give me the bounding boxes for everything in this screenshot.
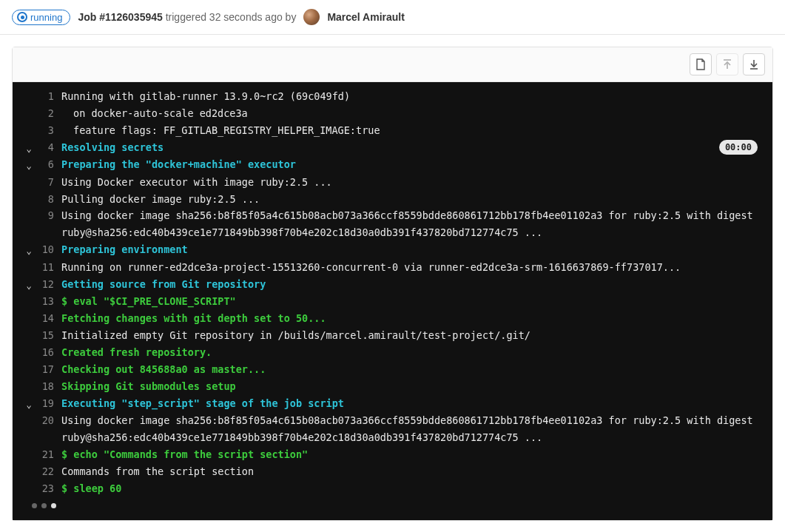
log-content: $ sleep 60 [61,480,764,497]
log-content: Pulling docker image ruby:2.5 ... [61,191,764,208]
triggered-text: triggered 32 seconds ago by [166,11,297,23]
log-content: Using Docker executor with image ruby:2.… [61,174,764,191]
log-line: 17Checking out 845688a0 as master... [18,361,764,378]
line-number[interactable]: 22 [39,463,61,480]
log-line: 7Using Docker executor with image ruby:2… [18,174,764,191]
line-number[interactable]: 1 [39,88,61,105]
log-content: $ eval "$CI_PRE_CLONE_SCRIPT" [61,293,764,310]
status-text: running [30,12,62,23]
dot-icon [51,503,56,508]
log-content: Commands from the script section [61,463,764,480]
avatar[interactable] [303,9,320,25]
log-line: 15Initialized empty Git repository in /b… [18,327,764,344]
line-number[interactable]: 14 [39,310,61,327]
log-content: Preparing the "docker+machine" executor [61,156,764,173]
log-content: Created fresh repository. [61,344,764,361]
line-number[interactable]: 23 [39,480,61,497]
console-wrap: 1Running with gitlab-runner 13.9.0~rc2 (… [12,47,773,521]
log-content: Running with gitlab-runner 13.9.0~rc2 (6… [61,88,764,105]
log-line: 1Running with gitlab-runner 13.9.0~rc2 (… [18,88,764,105]
line-number[interactable]: 6 [39,156,61,173]
log-line: 16Created fresh repository. [18,344,764,361]
user-name[interactable]: Marcel Amirault [327,11,405,23]
log-content: feature flags: FF_GITLAB_REGISTRY_HELPER… [61,122,764,139]
line-number[interactable]: 17 [39,361,61,378]
line-number[interactable]: 7 [39,174,61,191]
chevron-down-icon[interactable]: ⌄ [26,278,31,293]
log-content: on docker-auto-scale ed2dce3a [61,105,764,122]
raw-log-button[interactable] [690,53,712,75]
scroll-bottom-button[interactable] [743,53,765,75]
line-number[interactable]: 8 [39,191,61,208]
line-number[interactable]: 20 [39,412,61,429]
loading-indicator [18,497,764,511]
log-content: Skipping Git submodules setup [61,378,764,395]
line-number[interactable]: 2 [39,105,61,122]
line-number[interactable]: 12 [39,276,61,293]
log-content: Running on runner-ed2dce3a-project-15513… [61,259,764,276]
log-content: Checking out 845688a0 as master... [61,361,764,378]
line-number[interactable]: 13 [39,293,61,310]
document-icon [695,58,706,70]
line-number[interactable]: 19 [39,395,61,412]
log-section-header: ⌄4Resolving secrets00:00 [18,139,764,156]
chevron-down-icon[interactable]: ⌄ [26,141,31,156]
running-icon [17,12,27,22]
status-badge[interactable]: running [12,10,70,25]
line-number[interactable]: 11 [39,259,61,276]
line-number[interactable]: 4 [39,139,61,156]
log-line: 22Commands from the script section [18,463,764,480]
log-content: Executing "step_script" stage of the job… [61,395,764,412]
log-section-header: ⌄12Getting source from Git repository [18,276,764,293]
log-content: Getting source from Git repository [61,276,764,293]
log-content: Using docker image sha256:b8f85f05a4c615… [61,412,764,446]
log-line: 18Skipping Git submodules setup [18,378,764,395]
log-content: Initialized empty Git repository in /bui… [61,327,764,344]
chevron-down-icon[interactable]: ⌄ [26,243,31,258]
log-line: 11Running on runner-ed2dce3a-project-155… [18,259,764,276]
log-line: 20Using docker image sha256:b8f85f05a4c6… [18,412,764,446]
chevron-down-icon[interactable]: ⌄ [26,158,31,173]
line-number[interactable]: 10 [39,241,61,258]
line-number[interactable]: 21 [39,446,61,463]
dot-icon [32,503,37,508]
log-content: Preparing environment [61,241,764,258]
line-number[interactable]: 16 [39,344,61,361]
log-section-header: ⌄6Preparing the "docker+machine" executo… [18,156,764,173]
console-toolbar [13,47,772,82]
line-number[interactable]: 15 [39,327,61,344]
log-section-header: ⌄10Preparing environment [18,241,764,258]
job-console[interactable]: 1Running with gitlab-runner 13.9.0~rc2 (… [13,82,772,520]
log-line: 13$ eval "$CI_PRE_CLONE_SCRIPT" [18,293,764,310]
section-duration: 00:00 [719,140,758,155]
log-content: $ echo "Commands from the script section… [61,446,764,463]
dot-icon [41,503,47,508]
log-section-header: ⌄19Executing "step_script" stage of the … [18,395,764,412]
log-line: 14Fetching changes with git depth set to… [18,310,764,327]
chevron-down-icon[interactable]: ⌄ [26,397,31,412]
line-number[interactable]: 18 [39,378,61,395]
line-number[interactable]: 9 [39,207,61,224]
log-content: Using docker image sha256:b8f85f05a4c615… [61,207,764,241]
log-line: 8Pulling docker image ruby:2.5 ... [18,191,764,208]
scroll-top-button[interactable] [716,53,738,75]
log-line: 23$ sleep 60 [18,480,764,497]
log-line: 2on docker-auto-scale ed2dce3a [18,105,764,122]
log-content: Resolving secrets [61,139,764,156]
line-number[interactable]: 3 [39,122,61,139]
log-line: 9Using docker image sha256:b8f85f05a4c61… [18,207,764,241]
arrow-down-bar-icon [749,59,758,70]
arrow-up-bar-icon [723,59,732,70]
log-line: 21$ echo "Commands from the script secti… [18,446,764,463]
log-line: 3feature flags: FF_GITLAB_REGISTRY_HELPE… [18,122,764,139]
job-id: Job #1126035945 [78,11,162,23]
job-header: running Job #1126035945 triggered 32 sec… [0,0,785,35]
log-content: Fetching changes with git depth set to 5… [61,310,764,327]
